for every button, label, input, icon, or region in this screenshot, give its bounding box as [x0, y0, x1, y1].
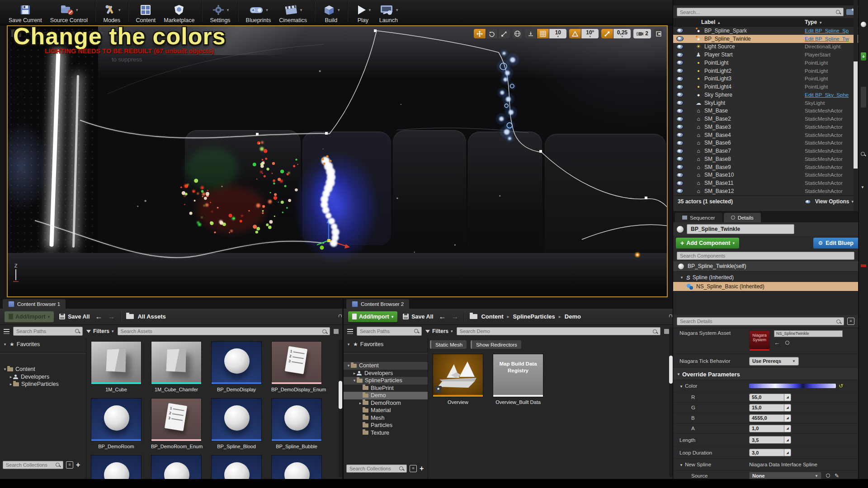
outliner-search-input[interactable]	[677, 8, 844, 16]
toolbar-blueprints-button[interactable]: ▾Blueprints	[246, 3, 271, 23]
component-niagara-row-selected[interactable]: NS_Spline_Basic (Inherited)	[673, 282, 858, 291]
search-components-input[interactable]	[677, 252, 854, 260]
niagara-asset-dropdown[interactable]: NS_SplineTwinkle	[774, 330, 843, 337]
rotation-snap-button[interactable]	[569, 29, 581, 38]
outliner-row-bp-spline-spark[interactable]: BP_Spline_SparkEdit BP_Spline_Sp	[673, 27, 858, 35]
tab-content-browser-1[interactable]: Content Browser 1	[3, 299, 66, 309]
edit-blueprint-link[interactable]: Edit BP_Sky_Sphe	[805, 92, 858, 98]
toolbar-modes-button[interactable]: ▾Modes	[103, 3, 121, 23]
expander-arrow[interactable]: ▾	[346, 363, 351, 368]
outliner-row-skylight[interactable]: SkyLightSkyLight	[673, 99, 858, 107]
cb1-asset-partial[interactable]	[271, 455, 322, 480]
toolbar-marketplace-button[interactable]: Marketplace	[164, 3, 194, 23]
cb2-folder-demo[interactable]: Demo	[344, 392, 428, 399]
cb2-breadcrumb[interactable]: Content ▸ SplineParticles ▸ Demo	[470, 313, 581, 320]
expander-arrow[interactable]: ▸	[9, 375, 13, 379]
eye-visibility-icon[interactable]	[677, 93, 683, 97]
filters-button[interactable]: Filters▾	[425, 328, 453, 334]
cb2-folder-content[interactable]: ▾Content	[344, 362, 428, 370]
sources-toggle-icon[interactable]	[4, 329, 9, 334]
outliner-row-pointlight2[interactable]: PointLight2PointLight	[673, 67, 858, 75]
cb2-folder-texture[interactable]: Texture	[344, 429, 428, 437]
scale-tool-button[interactable]	[498, 29, 510, 38]
eye-visibility-icon[interactable]	[677, 53, 683, 57]
dropdown-caret-icon[interactable]: ▾	[300, 8, 302, 12]
eye-visibility-icon[interactable]	[677, 165, 683, 169]
outliner-row-player-start[interactable]: Player StartPlayerStart	[673, 51, 858, 59]
add-collection-button[interactable]: +	[76, 461, 80, 469]
cb1-scrollbar[interactable]	[339, 339, 342, 477]
g-value-field[interactable]: 15,0	[749, 404, 784, 412]
type-column-header[interactable]: Type▼	[805, 19, 858, 25]
label-column-header[interactable]: Label▲	[673, 19, 805, 25]
tab-details[interactable]: Details	[724, 213, 761, 222]
browse-icon[interactable]	[785, 341, 789, 345]
outliner-row-sm-base12[interactable]: SM_Base12StaticMeshActor	[673, 187, 858, 195]
eye-visibility-icon[interactable]	[677, 181, 683, 185]
search-paths-input[interactable]	[357, 327, 422, 336]
move-tool-button[interactable]	[474, 29, 486, 38]
filters-button[interactable]: Filters▾	[86, 328, 114, 334]
outliner-row-bp-spline-twinkle[interactable]: BP_Spline_TwinkleEdit BP_Spline_Tw	[673, 35, 858, 43]
eye-visibility-icon[interactable]	[677, 125, 683, 129]
maximize-viewport-button[interactable]	[654, 29, 663, 38]
expander-arrow[interactable]: ▸	[352, 371, 357, 375]
camera-speed-value[interactable]: 2	[633, 29, 651, 38]
eye-visibility-icon[interactable]	[677, 85, 683, 89]
back-button[interactable]: ←	[95, 313, 102, 320]
a-value-field[interactable]: 1,0	[749, 425, 784, 432]
cb2-asset-overview[interactable]: *Overview	[433, 354, 483, 405]
view-options-button[interactable]: View Options▾	[805, 198, 854, 205]
cb1-folder-splineparticles[interactable]: ▸SplineParticles	[0, 380, 86, 388]
outliner-row-sm-base9[interactable]: SM_Base9StaticMeshActor	[673, 163, 858, 171]
rotate-tool-button[interactable]	[486, 29, 498, 38]
outliner-row-sm-base[interactable]: SM_BaseStaticMeshActor	[673, 107, 858, 115]
eye-visibility-icon[interactable]	[677, 133, 683, 137]
viewport[interactable]: ▾ Perspective Lit Show Change the colors…	[7, 25, 668, 297]
toolbar-source-control-button[interactable]: ▾Source Control	[50, 3, 88, 23]
outliner-row-pointlight4[interactable]: PointLight4PointLight	[673, 83, 858, 91]
override-parameters-header[interactable]: ▼Override Parameters	[673, 368, 858, 380]
edit-blueprint-link[interactable]: Edit BP_Spline_Sp	[805, 28, 858, 33]
cb2-folder-splineparticles[interactable]: ▾SplineParticles	[344, 377, 428, 385]
breadcrumb-splineparticles[interactable]: SplineParticles	[513, 313, 555, 320]
outliner-row-sm-base8[interactable]: SM_Base8StaticMeshActor	[673, 155, 858, 163]
eye-visibility-icon[interactable]	[677, 189, 683, 193]
expander-arrow[interactable]: ▾	[352, 378, 357, 383]
search-paths-input[interactable]	[13, 327, 83, 336]
eyedropper-icon[interactable]: ✎	[835, 473, 839, 479]
cb1-folder-content[interactable]: ▾Content	[0, 366, 86, 373]
eye-visibility-icon[interactable]	[677, 117, 683, 121]
outliner-row-sm-base3[interactable]: SM_Base3StaticMeshActor	[673, 123, 858, 131]
browse-icon[interactable]	[826, 474, 830, 478]
toolbar-save-current-button[interactable]: Save Current	[9, 3, 42, 23]
outliner-row-light-source[interactable]: Light SourceDirectionalLight	[673, 43, 858, 51]
cb2-asset-overview-built-data[interactable]: Map Build Data RegistryOverview_Built Da…	[493, 354, 543, 405]
filter-chip-show-redirectors[interactable]: Show Redirectors	[471, 340, 521, 349]
outliner-scrollbar[interactable]	[854, 0, 858, 211]
toolbar-launch-button[interactable]: ▾Launch	[379, 3, 398, 23]
save-all-button[interactable]: Save All	[403, 314, 433, 320]
favorites-section[interactable]: ▾★ Favorites	[344, 340, 428, 349]
object-name-field[interactable]: BP_Spline_Twinkle	[687, 224, 794, 234]
dropdown-caret-icon[interactable]: ▾	[266, 8, 268, 12]
eye-visibility-icon[interactable]	[677, 149, 683, 153]
forward-button[interactable]: →	[451, 313, 458, 320]
tab-sequencer[interactable]: Sequencer	[675, 213, 722, 222]
toolbar-cinematics-button[interactable]: ▾Cinematics	[279, 3, 307, 23]
collections-list-icon[interactable]: ≡	[410, 465, 417, 472]
eye-visibility-icon[interactable]	[677, 69, 683, 73]
outliner-row-sm-base2[interactable]: SM_Base2StaticMeshActor	[673, 115, 858, 123]
add-import-button[interactable]: Add/Import▾	[5, 311, 54, 322]
cb1-asset-bp-demodisplay[interactable]: BP_DemoDisplay	[211, 341, 262, 393]
dropdown-caret-icon[interactable]: ▾	[396, 8, 398, 12]
use-selected-arrow-icon[interactable]: ←	[774, 339, 780, 346]
world-local-toggle-button[interactable]	[513, 29, 522, 38]
cb1-asset-bp-demodisplay-enum[interactable]: 123BP_DemoDisplay_Enum	[271, 341, 322, 393]
breadcrumb-demo[interactable]: Demo	[565, 313, 581, 320]
eye-visibility-icon[interactable]	[677, 141, 683, 145]
cb1-asset-1m-cube-chamfer[interactable]: 1M_Cube_Chamfer	[151, 341, 202, 393]
cb1-asset-1m-cube[interactable]: 1M_Cube	[91, 341, 142, 393]
color-gradient-bar[interactable]	[749, 384, 836, 388]
cb1-asset-bp-spline-blood[interactable]: BP_Spline_Blood	[211, 398, 262, 450]
